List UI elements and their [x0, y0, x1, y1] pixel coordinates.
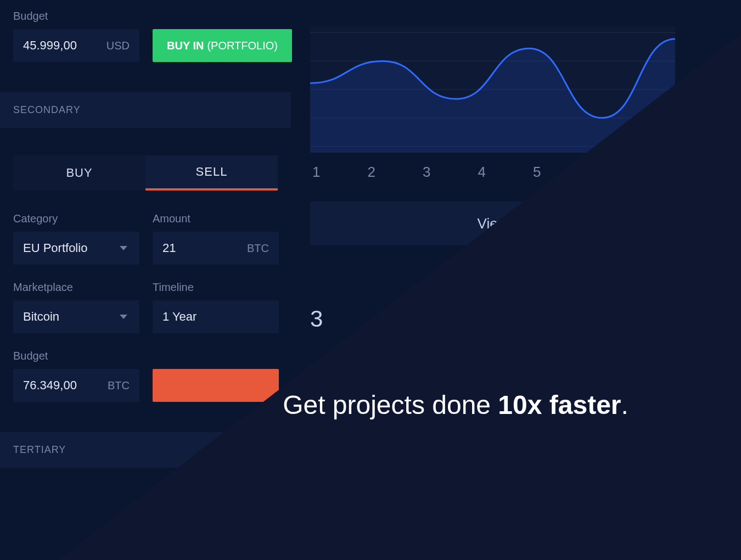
amount-value: 21 [162, 241, 176, 255]
buy-sell-tabs: BUY SELL [13, 155, 278, 191]
timeline-value: 1 Year [162, 310, 197, 324]
amount-input[interactable]: 21 BTC [153, 232, 279, 265]
category-label: Category [13, 212, 139, 225]
timeline-label: Timeline [153, 281, 279, 294]
tab-sell[interactable]: SELL [145, 155, 278, 191]
sell-form: Category EU Portfolio Amount 21 BTC Mark… [13, 212, 278, 402]
promo-text-bold: 10x faster [498, 390, 621, 419]
budget-bottom-label: Budget [13, 350, 139, 362]
timeline-input[interactable]: 1 Year [153, 300, 279, 333]
category-select[interactable]: EU Portfolio [13, 232, 139, 265]
budget-bottom-value: 76.349,00 [23, 378, 77, 393]
promo-text-end: . [621, 390, 628, 419]
x-tick: 4 [478, 164, 485, 181]
budget-top-value: 45.999,00 [23, 38, 77, 53]
tab-buy[interactable]: BUY [13, 155, 145, 191]
x-tick: 1 [312, 164, 320, 181]
promo-text-plain: Get projects done [283, 390, 498, 419]
x-tick: 3 [423, 164, 430, 181]
marketplace-value: Bitcoin [23, 310, 59, 324]
section-header-secondary: SECONDARY [0, 92, 291, 128]
budget-bottom-unit: BTC [108, 379, 130, 392]
sell-action-button[interactable] [153, 369, 279, 402]
amount-label: Amount [153, 212, 279, 225]
marketplace-label: Marketplace [13, 281, 139, 294]
buy-in-button[interactable]: BUY IN (PORTFOLIO) [153, 29, 292, 62]
budget-top-input[interactable]: 45.999,00 USD [13, 29, 139, 62]
x-tick: 5 [533, 164, 541, 181]
marketplace-select[interactable]: Bitcoin [13, 300, 139, 333]
budget-top-label: Budget [13, 10, 139, 23]
x-tick: 2 [367, 164, 375, 181]
buy-in-bold: BUY IN [167, 40, 204, 52]
category-value: EU Portfolio [23, 241, 87, 255]
amount-unit: BTC [247, 242, 269, 255]
budget-bottom-input[interactable]: 76.349,00 BTC [13, 369, 139, 402]
buy-in-rest: (PORTFOLIO) [207, 40, 278, 52]
budget-top-unit: USD [106, 40, 130, 52]
row-budget-buyin: Budget 45.999,00 USD BUY IN (PORTFOLIO) [13, 10, 278, 62]
